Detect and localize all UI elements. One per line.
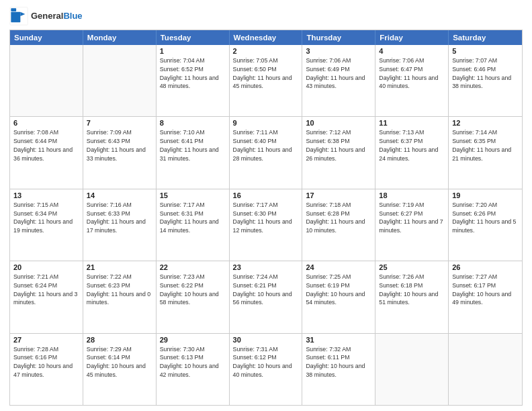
day-info: Sunrise: 7:29 AM Sunset: 6:14 PM Dayligh…: [87, 345, 152, 379]
calendar-cell: 9Sunrise: 7:11 AM Sunset: 6:40 PM Daylig…: [230, 117, 303, 188]
svg-rect-1: [11, 12, 20, 23]
day-number: 7: [87, 119, 152, 127]
day-info: Sunrise: 7:32 AM Sunset: 6:11 PM Dayligh…: [306, 345, 371, 379]
calendar-cell: 17Sunrise: 7:18 AM Sunset: 6:28 PM Dayli…: [302, 189, 375, 261]
day-info: Sunrise: 7:06 AM Sunset: 6:49 PM Dayligh…: [306, 56, 371, 91]
calendar-cell: 6Sunrise: 7:08 AM Sunset: 6:44 PM Daylig…: [10, 117, 83, 188]
day-number: 18: [379, 191, 445, 199]
weekday-header-thursday: Thursday: [302, 30, 375, 45]
calendar-cell: 27Sunrise: 7:28 AM Sunset: 6:16 PM Dayli…: [10, 334, 83, 405]
day-number: 22: [160, 263, 226, 271]
day-info: Sunrise: 7:05 AM Sunset: 6:50 PM Dayligh…: [233, 56, 299, 91]
day-number: 8: [160, 119, 226, 127]
day-number: 21: [87, 263, 152, 271]
day-info: Sunrise: 7:20 AM Sunset: 6:26 PM Dayligh…: [452, 201, 519, 235]
logo: GeneralBlue: [9, 7, 83, 26]
weekday-header-friday: Friday: [375, 30, 449, 45]
calendar-cell: 25Sunrise: 7:26 AM Sunset: 6:18 PM Dayli…: [375, 261, 449, 332]
day-info: Sunrise: 7:17 AM Sunset: 6:31 PM Dayligh…: [160, 201, 226, 235]
calendar-cell: [375, 334, 449, 405]
calendar-cell: [10, 45, 83, 116]
day-number: 19: [452, 191, 519, 199]
day-info: Sunrise: 7:24 AM Sunset: 6:21 PM Dayligh…: [233, 273, 299, 307]
day-info: Sunrise: 7:21 AM Sunset: 6:24 PM Dayligh…: [13, 273, 79, 307]
calendar-cell: 5Sunrise: 7:07 AM Sunset: 6:46 PM Daylig…: [449, 45, 522, 116]
header: GeneralBlue: [9, 7, 523, 26]
day-number: 13: [13, 191, 79, 199]
calendar-row-2: 13Sunrise: 7:15 AM Sunset: 6:34 PM Dayli…: [10, 189, 522, 261]
calendar-row-3: 20Sunrise: 7:21 AM Sunset: 6:24 PM Dayli…: [10, 261, 522, 332]
day-number: 4: [379, 47, 445, 55]
day-number: 6: [13, 119, 79, 127]
calendar-row-1: 6Sunrise: 7:08 AM Sunset: 6:44 PM Daylig…: [10, 116, 522, 188]
day-number: 26: [452, 263, 519, 271]
calendar-cell: 12Sunrise: 7:14 AM Sunset: 6:35 PM Dayli…: [449, 117, 522, 188]
day-number: 15: [160, 191, 226, 199]
day-number: 9: [233, 119, 299, 127]
day-info: Sunrise: 7:26 AM Sunset: 6:18 PM Dayligh…: [379, 273, 445, 307]
calendar-cell: 2Sunrise: 7:05 AM Sunset: 6:50 PM Daylig…: [230, 45, 303, 116]
logo-icon: [9, 7, 28, 26]
day-info: Sunrise: 7:25 AM Sunset: 6:19 PM Dayligh…: [306, 273, 371, 307]
day-number: 28: [87, 336, 152, 344]
weekday-header-sunday: Sunday: [10, 30, 83, 45]
day-info: Sunrise: 7:14 AM Sunset: 6:35 PM Dayligh…: [452, 128, 519, 163]
weekday-header-wednesday: Wednesday: [230, 30, 303, 45]
calendar-cell: 31Sunrise: 7:32 AM Sunset: 6:11 PM Dayli…: [302, 334, 375, 405]
calendar-cell: 10Sunrise: 7:12 AM Sunset: 6:38 PM Dayli…: [302, 117, 375, 188]
day-info: Sunrise: 7:28 AM Sunset: 6:16 PM Dayligh…: [13, 345, 79, 379]
day-number: 20: [13, 263, 79, 271]
day-number: 2: [233, 47, 299, 55]
day-info: Sunrise: 7:18 AM Sunset: 6:28 PM Dayligh…: [306, 201, 371, 235]
day-info: Sunrise: 7:06 AM Sunset: 6:47 PM Dayligh…: [379, 56, 445, 91]
weekday-header-monday: Monday: [83, 30, 157, 45]
day-number: 24: [306, 263, 371, 271]
day-number: 17: [306, 191, 371, 199]
day-info: Sunrise: 7:09 AM Sunset: 6:43 PM Dayligh…: [87, 128, 152, 163]
calendar-cell: [83, 45, 157, 116]
day-number: 5: [452, 47, 519, 55]
day-info: Sunrise: 7:15 AM Sunset: 6:34 PM Dayligh…: [13, 201, 79, 235]
day-number: 25: [379, 263, 445, 271]
day-number: 16: [233, 191, 299, 199]
calendar-cell: 3Sunrise: 7:06 AM Sunset: 6:49 PM Daylig…: [302, 45, 375, 116]
calendar-body: 1Sunrise: 7:04 AM Sunset: 6:52 PM Daylig…: [10, 45, 522, 405]
day-number: 27: [13, 336, 79, 344]
calendar-row-0: 1Sunrise: 7:04 AM Sunset: 6:52 PM Daylig…: [10, 45, 522, 116]
page: GeneralBlue SundayMondayTuesdayWednesday…: [0, 0, 532, 411]
calendar-row-4: 27Sunrise: 7:28 AM Sunset: 6:16 PM Dayli…: [10, 333, 522, 405]
calendar-cell: [449, 334, 522, 405]
day-info: Sunrise: 7:30 AM Sunset: 6:13 PM Dayligh…: [160, 345, 226, 379]
day-info: Sunrise: 7:08 AM Sunset: 6:44 PM Dayligh…: [13, 128, 79, 163]
day-number: 10: [306, 119, 371, 127]
calendar-cell: 15Sunrise: 7:17 AM Sunset: 6:31 PM Dayli…: [157, 189, 230, 261]
day-number: 3: [306, 47, 371, 55]
day-number: 31: [306, 336, 371, 344]
day-info: Sunrise: 7:19 AM Sunset: 6:27 PM Dayligh…: [379, 201, 445, 235]
weekday-header-tuesday: Tuesday: [157, 30, 230, 45]
day-info: Sunrise: 7:16 AM Sunset: 6:33 PM Dayligh…: [87, 201, 152, 235]
day-number: 1: [160, 47, 226, 55]
calendar-cell: 19Sunrise: 7:20 AM Sunset: 6:26 PM Dayli…: [449, 189, 522, 261]
day-info: Sunrise: 7:22 AM Sunset: 6:23 PM Dayligh…: [87, 273, 152, 307]
day-info: Sunrise: 7:23 AM Sunset: 6:22 PM Dayligh…: [160, 273, 226, 307]
calendar-cell: 4Sunrise: 7:06 AM Sunset: 6:47 PM Daylig…: [375, 45, 449, 116]
weekday-header-saturday: Saturday: [449, 30, 522, 45]
day-info: Sunrise: 7:11 AM Sunset: 6:40 PM Dayligh…: [233, 128, 299, 163]
calendar-cell: 26Sunrise: 7:27 AM Sunset: 6:17 PM Dayli…: [449, 261, 522, 332]
svg-rect-3: [11, 8, 16, 11]
calendar-cell: 28Sunrise: 7:29 AM Sunset: 6:14 PM Dayli…: [83, 334, 157, 405]
calendar-cell: 7Sunrise: 7:09 AM Sunset: 6:43 PM Daylig…: [83, 117, 157, 188]
calendar-cell: 21Sunrise: 7:22 AM Sunset: 6:23 PM Dayli…: [83, 261, 157, 332]
calendar-cell: 16Sunrise: 7:17 AM Sunset: 6:30 PM Dayli…: [230, 189, 303, 261]
logo-text: GeneralBlue: [31, 11, 83, 21]
calendar-cell: 18Sunrise: 7:19 AM Sunset: 6:27 PM Dayli…: [375, 189, 449, 261]
day-info: Sunrise: 7:10 AM Sunset: 6:41 PM Dayligh…: [160, 128, 226, 163]
day-number: 14: [87, 191, 152, 199]
day-info: Sunrise: 7:12 AM Sunset: 6:38 PM Dayligh…: [306, 128, 371, 163]
day-number: 23: [233, 263, 299, 271]
day-number: 12: [452, 119, 519, 127]
day-info: Sunrise: 7:27 AM Sunset: 6:17 PM Dayligh…: [452, 273, 519, 307]
day-number: 30: [233, 336, 299, 344]
day-info: Sunrise: 7:13 AM Sunset: 6:37 PM Dayligh…: [379, 128, 445, 163]
